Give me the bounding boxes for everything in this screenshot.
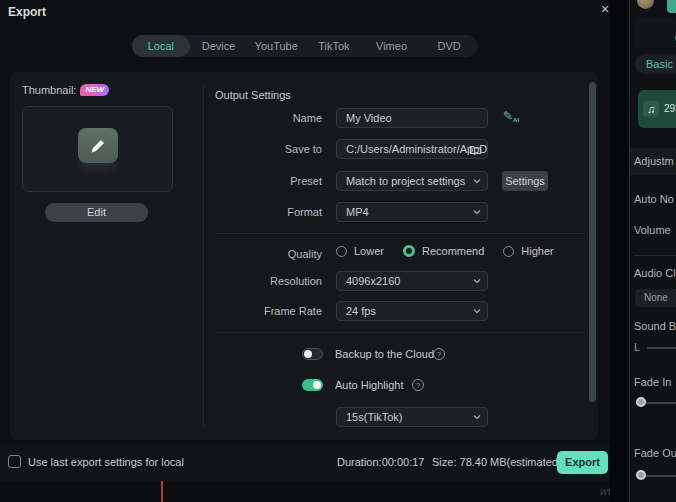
section-auto-normalization[interactable]: Auto No <box>634 193 674 205</box>
panel-preview-box <box>634 18 676 48</box>
thumbnail-preview[interactable] <box>22 106 173 192</box>
chevron-down-icon <box>473 209 481 215</box>
music-note-icon: ♫ <box>643 101 659 117</box>
help-icon[interactable]: ? <box>412 379 424 391</box>
horizontal-divider <box>215 332 585 333</box>
tab-dvd[interactable]: DVD <box>420 35 478 57</box>
backup-cloud-toggle[interactable] <box>302 348 323 360</box>
format-label: Format <box>212 206 322 218</box>
format-dropdown[interactable]: MP4 <box>336 202 488 222</box>
folder-icon[interactable] <box>469 143 482 159</box>
use-last-settings-label[interactable]: Use last export settings for local <box>28 456 184 468</box>
tab-local[interactable]: Local <box>132 35 190 57</box>
frame-rate-value: 24 fps <box>346 305 376 317</box>
thumbnail-label: Thumbnail: <box>22 84 76 96</box>
backup-cloud-label: Backup to the Cloud <box>335 348 434 360</box>
size-text: Size: 78.40 MB(estimated) <box>432 456 562 468</box>
timeline-playhead[interactable] <box>161 481 163 502</box>
background-gap <box>610 0 629 502</box>
help-icon[interactable]: ? <box>433 348 445 360</box>
ai-rename-icon[interactable]: ✎AI <box>503 109 519 123</box>
audio-channel-select[interactable]: None <box>635 289 676 307</box>
section-volume[interactable]: Volume <box>634 224 671 236</box>
section-adjustment[interactable]: Adjustm <box>634 155 674 167</box>
export-target-tabs: Local Device YouTube TikTok Vimeo DVD <box>132 35 478 57</box>
chevron-down-icon <box>473 414 481 420</box>
music-counter-button[interactable]: ♫ 293 <box>638 90 676 128</box>
edit-thumbnail-button[interactable]: Edit <box>45 203 148 222</box>
label-audio-channel: Audio Cl <box>634 267 676 279</box>
quality-radio-group: Lower Recommend Higher <box>336 245 566 257</box>
thumbnail-label-row: Thumbnail:NEW <box>22 84 109 96</box>
tab-youtube[interactable]: YouTube <box>247 35 305 57</box>
save-to-value: C:/Users/Administrator/AppD <box>346 143 487 155</box>
dialog-title: Export <box>8 5 46 19</box>
pencil-icon <box>88 136 108 156</box>
chevron-down-icon <box>473 278 481 284</box>
preset-label: Preset <box>212 175 322 187</box>
sound-balance-slider[interactable] <box>647 347 676 349</box>
music-count: 293 <box>664 103 676 114</box>
dialog-content-panel: Thumbnail:NEW Edit Output Settings Name … <box>10 72 598 440</box>
section-divider <box>203 86 204 426</box>
tab-vimeo[interactable]: Vimeo <box>363 35 421 57</box>
resolution-value: 4096x2160 <box>346 275 400 287</box>
highlight-duration-value: 15s(TikTok) <box>346 411 402 423</box>
radio-lower[interactable] <box>336 246 347 257</box>
audio-properties-panel: Basic ♫ 293 Adjustm Auto No Volume Audio… <box>629 0 676 502</box>
chevron-down-icon <box>473 308 481 314</box>
radio-recommend-label[interactable]: Recommend <box>422 245 484 257</box>
top-right-button[interactable] <box>667 0 676 13</box>
auto-highlight-toggle[interactable] <box>302 379 323 391</box>
tab-basic[interactable]: Basic <box>635 54 676 74</box>
radio-higher-label[interactable]: Higher <box>521 245 553 257</box>
chevron-down-icon <box>473 178 481 184</box>
close-icon[interactable]: × <box>597 1 613 17</box>
use-last-settings-checkbox[interactable] <box>8 455 21 468</box>
frame-rate-dropdown[interactable]: 24 fps <box>336 301 488 321</box>
timeline-strip <box>0 481 676 502</box>
save-to-input[interactable]: C:/Users/Administrator/AppD <box>336 139 488 159</box>
output-settings-heading: Output Settings <box>215 89 291 101</box>
radio-higher[interactable] <box>503 246 514 257</box>
fade-in-slider-handle[interactable] <box>636 397 646 407</box>
horizontal-divider <box>215 233 585 234</box>
name-label: Name <box>212 112 322 124</box>
highlight-duration-dropdown[interactable]: 15s(TikTok) <box>336 407 488 427</box>
tab-tiktok[interactable]: TikTok <box>305 35 363 57</box>
format-value: MP4 <box>346 206 369 218</box>
preset-value: Match to project settings <box>346 175 465 187</box>
save-to-label: Save to <box>212 143 322 155</box>
avatar[interactable] <box>637 0 654 9</box>
label-fade-out: Fade Out <box>634 447 676 459</box>
quality-label: Quality <box>212 248 322 260</box>
label-channel-l: L <box>634 341 640 353</box>
export-button[interactable]: Export <box>557 451 608 474</box>
thumbnail-edit-tile[interactable] <box>78 128 118 163</box>
auto-highlight-label: Auto Highlight <box>335 379 404 391</box>
export-dialog: Export × Local Device YouTube TikTok Vim… <box>0 0 610 481</box>
duration-text: Duration:00:00:17 <box>337 456 424 468</box>
label-fade-in: Fade In <box>634 376 671 388</box>
dialog-scrollbar[interactable] <box>589 82 596 402</box>
panel-divider <box>634 255 676 256</box>
dialog-footer: Use last export settings for local Durat… <box>0 444 610 481</box>
radio-recommend[interactable] <box>403 245 415 257</box>
preset-dropdown[interactable]: Match to project settings <box>336 171 488 191</box>
resolution-dropdown[interactable]: 4096x2160 <box>336 271 488 291</box>
resolution-label: Resolution <box>212 275 322 287</box>
preset-settings-button[interactable]: Settings <box>502 171 548 191</box>
label-sound-balance: Sound Ba <box>634 320 676 332</box>
new-badge: NEW <box>80 84 109 96</box>
frame-rate-label: Frame Rate <box>212 305 322 317</box>
fade-out-slider-handle[interactable] <box>636 470 646 480</box>
app-root: wtvid.com Basic ♫ 293 Adjustm Auto No Vo… <box>0 0 676 502</box>
name-input[interactable]: My Video <box>336 108 488 128</box>
radio-lower-label[interactable]: Lower <box>354 245 384 257</box>
tab-device[interactable]: Device <box>190 35 248 57</box>
